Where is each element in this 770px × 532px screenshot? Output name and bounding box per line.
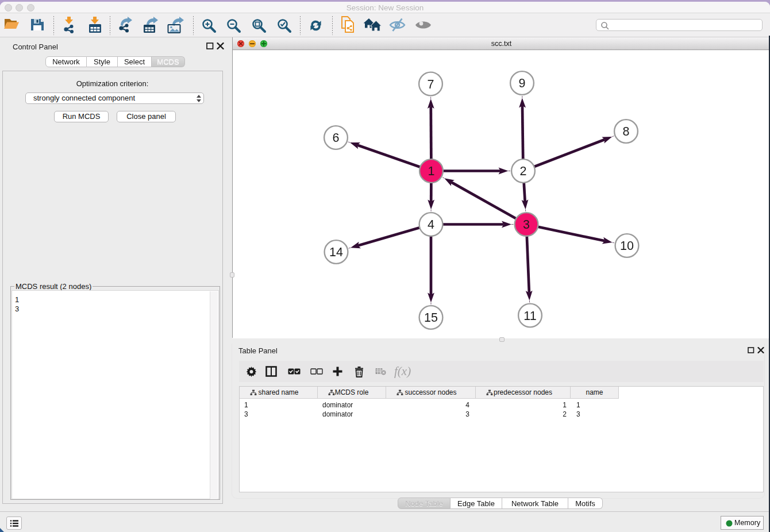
svg-text:3: 3 — [523, 218, 530, 232]
svg-text:4: 4 — [428, 218, 434, 232]
svg-text:15: 15 — [424, 311, 438, 325]
svg-text:1: 1 — [428, 164, 435, 178]
svg-text:8: 8 — [623, 125, 630, 138]
svg-text:14: 14 — [329, 245, 343, 259]
svg-text:2: 2 — [520, 164, 527, 178]
svg-text:7: 7 — [428, 78, 434, 91]
svg-text:9: 9 — [519, 76, 526, 90]
svg-text:6: 6 — [333, 131, 340, 145]
svg-text:10: 10 — [620, 239, 634, 253]
svg-text:11: 11 — [523, 309, 536, 323]
